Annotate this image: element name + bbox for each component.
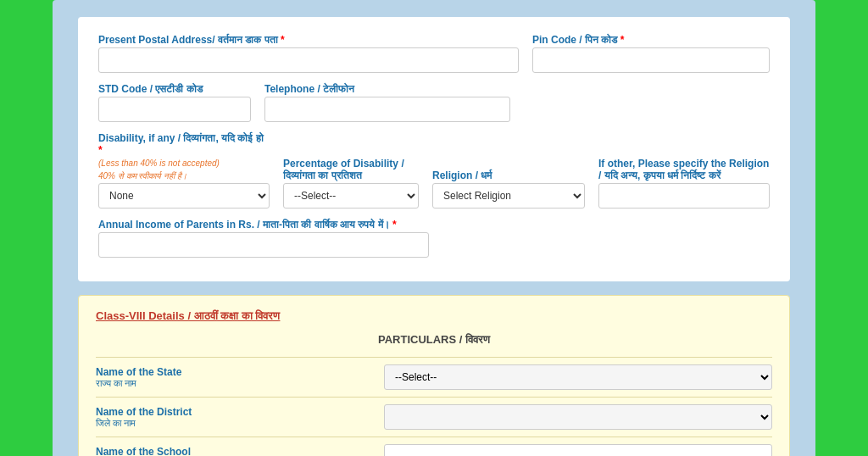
religion-select[interactable]: Select Religion <box>432 183 585 209</box>
group-telephone: Telephone / टेलीफोन <box>264 83 510 122</box>
group-std-code: STD Code / एसटीडी कोड <box>98 83 251 122</box>
postal-address-label: Present Postal Address/ वर्तमान डाक पता … <box>98 34 519 46</box>
state-label: Name of the State राज्य का नाम <box>96 366 384 389</box>
group-postal-address: Present Postal Address/ वर्तमान डाक पता … <box>98 34 519 73</box>
pct-disability-select[interactable]: --Select-- <box>283 183 419 209</box>
pct-disability-label: Percentage of Disability / दिव्यांगता का… <box>283 158 419 181</box>
pin-code-input[interactable] <box>532 47 770 73</box>
group-religion: Religion / धर्म Select Religion <box>432 170 585 209</box>
disability-label: Disability, if any / दिव्यांगता, यदि कोई… <box>98 132 270 156</box>
district-select[interactable] <box>384 404 772 430</box>
religion-label: Religion / धर्म <box>432 170 585 181</box>
group-pct-disability: Percentage of Disability / दिव्यांगता का… <box>283 158 419 209</box>
table-row-state: Name of the State राज्य का नाम --Select-… <box>96 357 772 397</box>
other-religion-label: If other, Please specify the Religion / … <box>598 158 770 181</box>
disability-warning-en: (Less than 40% is not accepted) <box>98 158 270 169</box>
district-control <box>384 404 772 430</box>
state-control: --Select-- <box>384 364 772 390</box>
other-religion-input[interactable] <box>598 183 770 209</box>
pin-code-label: Pin Code / पिन कोड * <box>532 34 770 46</box>
std-code-label: STD Code / एसटीडी कोड <box>98 83 251 95</box>
main-wrapper: Present Postal Address/ वर्तमान डाक पता … <box>53 0 815 456</box>
group-disability: Disability, if any / दिव्यांगता, यदि कोई… <box>98 132 270 209</box>
row-annual-income: Annual Income of Parents in Rs. / माता-प… <box>98 219 770 258</box>
row-address-pin: Present Postal Address/ वर्तमान डाक पता … <box>98 34 770 73</box>
school-input[interactable] <box>384 444 772 456</box>
telephone-input[interactable] <box>264 97 510 122</box>
table-row-district: Name of the District जिले का नाम <box>96 397 772 437</box>
row-std-telephone: STD Code / एसटीडी कोड Telephone / टेलीफो… <box>98 83 770 122</box>
annual-income-input[interactable] <box>98 232 429 258</box>
table-row-school: Name of the School स्कूल का नाम <box>96 437 772 456</box>
school-control <box>384 444 772 456</box>
district-label: Name of the District जिले का नाम <box>96 406 384 429</box>
school-label: Name of the School स्कूल का नाम <box>96 446 384 457</box>
particulars-header: PARTICULARS / विवरण <box>96 333 772 347</box>
address-section: Present Postal Address/ वर्तमान डाक पता … <box>78 17 790 281</box>
class8-section: Class-VIII Details / आठवीं कक्षा का विवर… <box>78 295 790 456</box>
disability-warning-hi: 40% से कम स्वीकार्य नहीं है। <box>98 170 270 181</box>
state-select[interactable]: --Select-- <box>384 364 772 390</box>
telephone-label: Telephone / टेलीफोन <box>264 83 510 95</box>
postal-address-input[interactable] <box>98 47 519 73</box>
annual-income-label: Annual Income of Parents in Rs. / माता-प… <box>98 219 429 231</box>
group-other-religion: If other, Please specify the Religion / … <box>598 158 770 209</box>
std-code-input[interactable] <box>98 97 251 122</box>
class8-title: Class-VIII Details / आठवीं कक्षा का विवर… <box>96 309 772 323</box>
group-pin-code: Pin Code / पिन कोड * <box>532 34 770 73</box>
group-annual-income: Annual Income of Parents in Rs. / माता-प… <box>98 219 429 258</box>
disability-select[interactable]: None <box>98 183 270 209</box>
row-disability-religion: Disability, if any / दिव्यांगता, यदि कोई… <box>98 132 770 209</box>
